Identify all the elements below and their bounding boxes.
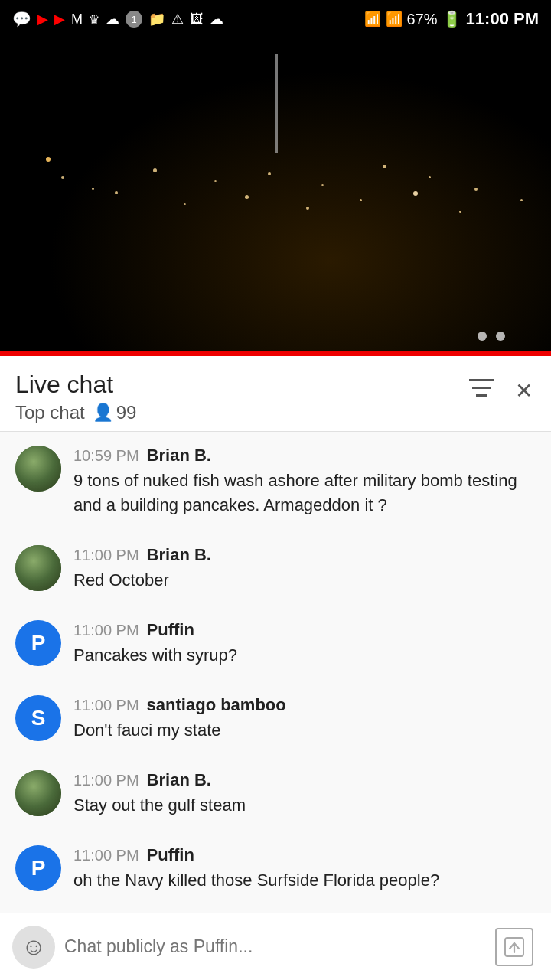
city-light	[474, 188, 478, 191]
youtube-icon2: ▶	[54, 11, 65, 28]
city-light	[306, 207, 309, 210]
message-content: 11:00 PM Brian B. Stay out the gulf stea…	[73, 770, 536, 818]
main-content: Live chat Top chat 👤 99 ✕	[0, 356, 551, 980]
live-chat-header: Live chat Top chat 👤 99 ✕	[0, 356, 551, 432]
avatar-icon: 1	[126, 11, 142, 28]
city-light	[268, 172, 271, 175]
emoji-button[interactable]: ☺	[12, 926, 55, 969]
person-icon: 👤	[93, 403, 113, 423]
message-time: 11:00 PM	[73, 772, 139, 789]
avatar: P	[15, 620, 61, 666]
city-light	[46, 157, 51, 162]
battery-icon: 🔋	[442, 10, 461, 28]
avatar	[15, 545, 61, 591]
avatar: P	[15, 845, 61, 891]
crown-icon: ♛	[89, 12, 99, 27]
close-button[interactable]: ✕	[512, 375, 536, 407]
message-text: oh the Navy killed those Surfside Florid…	[73, 871, 439, 890]
cloud2-icon: ☁	[210, 11, 223, 28]
chat-message: 10:59 PM Brian B. 9 tons of nuked fish w…	[0, 432, 551, 531]
chat-message: P 11:00 PM Puffin Pancakes with syrup?	[0, 606, 551, 681]
chat-message: S 11:00 PM santiago bamboo Don't fauci m…	[0, 681, 551, 756]
chat-input-field[interactable]	[64, 926, 481, 969]
status-bar: 💬 ▶ ▶ M ♛ ☁ 1 📁 ⚠ 🖼 ☁ 📶 📶 67% 🔋 11:00 PM	[0, 0, 551, 38]
chat-messages: 10:59 PM Brian B. 9 tons of nuked fish w…	[0, 432, 551, 980]
message-text: Stay out the gulf steam	[73, 795, 246, 815]
br-light-1	[478, 332, 487, 341]
message-text: Pancakes with syrup?	[73, 645, 237, 665]
city-light	[459, 211, 461, 213]
city-light	[184, 203, 186, 205]
status-icons-left: 💬 ▶ ▶ M ♛ ☁ 1 📁 ⚠ 🖼 ☁	[12, 10, 223, 28]
notification-icon: 💬	[12, 10, 31, 28]
chat-message: P 11:00 PM Puffin oh the Navy killed tho…	[0, 831, 551, 906]
wifi-icon: 📶	[364, 11, 381, 28]
message-meta: 11:00 PM Puffin	[73, 620, 536, 640]
city-light	[520, 199, 523, 201]
svg-rect-1	[472, 387, 491, 389]
warning-icon: ⚠	[171, 11, 184, 28]
header-actions: ✕	[466, 374, 536, 407]
city-light	[321, 184, 324, 186]
cloud-icon: ☁	[106, 11, 119, 28]
top-chat-label[interactable]: Top chat	[15, 402, 85, 423]
message-content: 11:00 PM Puffin oh the Navy killed those…	[73, 845, 536, 893]
message-meta: 11:00 PM santiago bamboo	[73, 695, 536, 715]
image-icon: 🖼	[190, 11, 204, 28]
battery-percent: 67%	[407, 11, 438, 28]
chat-message: 11:00 PM Brian B. Red October	[0, 531, 551, 606]
message-time: 11:00 PM	[73, 547, 139, 564]
avatar: S	[15, 695, 61, 741]
mastodon-icon: M	[71, 11, 83, 28]
flagpole	[276, 54, 278, 153]
signal-icon: 📶	[386, 11, 403, 28]
live-chat-title: Live chat	[15, 370, 136, 399]
top-chat-row: Top chat 👤 99	[15, 402, 136, 423]
svg-rect-0	[469, 379, 494, 381]
message-author: Brian B.	[147, 545, 211, 565]
city-light	[153, 168, 157, 172]
city-light	[61, 176, 64, 179]
message-time: 11:00 PM	[73, 697, 139, 714]
filter-button[interactable]	[466, 374, 497, 407]
bottom-lights	[478, 332, 505, 341]
send-button[interactable]	[490, 923, 539, 972]
avatar	[15, 770, 61, 816]
send-icon	[495, 928, 533, 966]
message-content: 11:00 PM Puffin Pancakes with syrup?	[73, 620, 536, 668]
city-light	[214, 180, 217, 182]
folder-icon: 📁	[148, 11, 165, 28]
message-text: Don't fauci my state	[73, 720, 221, 740]
city-light	[115, 191, 118, 194]
message-meta: 11:00 PM Puffin	[73, 845, 536, 865]
message-time: 10:59 PM	[73, 447, 139, 465]
video-player[interactable]	[0, 38, 551, 356]
message-time: 11:00 PM	[73, 622, 139, 639]
br-light-2	[496, 332, 505, 341]
message-author: Brian B.	[147, 770, 211, 790]
message-content: 10:59 PM Brian B. 9 tons of nuked fish w…	[73, 446, 536, 518]
city-light	[92, 188, 94, 190]
city-light	[383, 165, 386, 168]
status-icons-right: 📶 📶 67% 🔋 11:00 PM	[364, 9, 539, 29]
city-light	[245, 195, 249, 199]
viewer-count-value: 99	[116, 402, 137, 423]
message-author: Puffin	[147, 845, 194, 865]
message-author: santiago bamboo	[147, 695, 286, 715]
city-light	[360, 199, 362, 201]
live-chat-title-area: Live chat Top chat 👤 99	[15, 370, 136, 423]
youtube-icon: ▶	[37, 11, 48, 28]
video-background	[0, 38, 551, 356]
message-meta: 11:00 PM Brian B.	[73, 545, 536, 565]
status-time: 11:00 PM	[466, 9, 539, 29]
city-light	[413, 191, 418, 196]
youtube-red-bar	[0, 351, 551, 356]
message-meta: 11:00 PM Brian B.	[73, 770, 536, 790]
emoji-icon: ☺	[21, 933, 47, 961]
avatar	[15, 446, 61, 492]
chat-message: 11:00 PM Brian B. Stay out the gulf stea…	[0, 756, 551, 831]
svg-rect-2	[476, 394, 487, 397]
message-text: 9 tons of nuked fish wash ashore after m…	[73, 471, 517, 514]
viewer-count: 👤 99	[93, 402, 137, 423]
message-content: 11:00 PM santiago bamboo Don't fauci my …	[73, 695, 536, 743]
